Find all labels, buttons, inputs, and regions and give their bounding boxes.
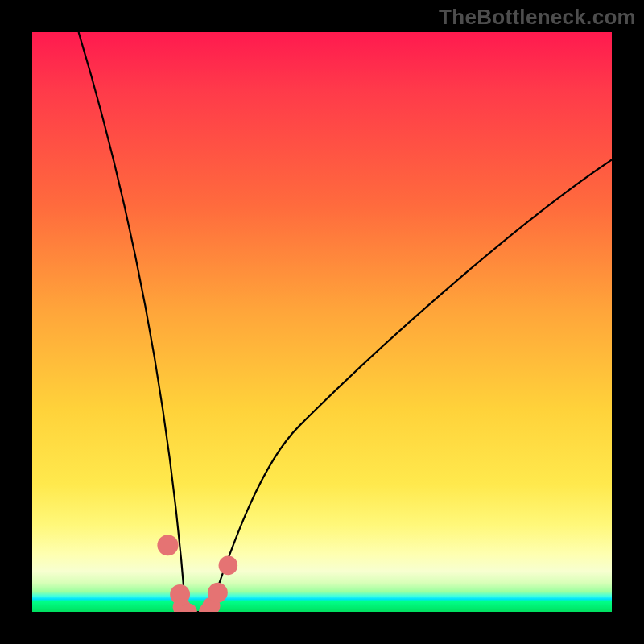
data-marker — [208, 583, 228, 603]
marker-group — [157, 535, 237, 612]
data-marker — [157, 535, 178, 555]
chart-frame: TheBottleneck.com — [0, 0, 644, 644]
curve-group — [79, 32, 612, 612]
v-curve-path — [79, 32, 612, 612]
bottleneck-curve-svg — [32, 32, 612, 612]
plot-area — [32, 32, 612, 612]
data-marker — [219, 556, 238, 576]
watermark-text: TheBottleneck.com — [439, 5, 636, 30]
